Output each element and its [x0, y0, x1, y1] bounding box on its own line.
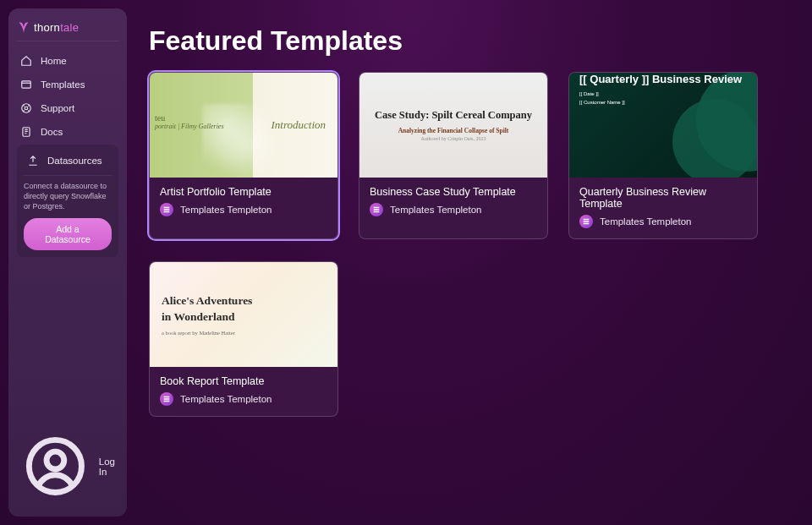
template-author: Templates Templeton	[390, 205, 481, 215]
nav-item-support[interactable]: Support	[17, 97, 118, 119]
template-card-case-study[interactable]: Case Study: Spilt Cereal Company Analyzi…	[359, 72, 548, 239]
brand[interactable]: thorntale	[17, 19, 118, 41]
support-icon	[20, 102, 32, 114]
thumb-text: portrait | Filmy Galleries	[155, 123, 224, 130]
datasources-header: Datasources	[24, 151, 112, 172]
login-icon	[20, 431, 91, 501]
nav-label: Support	[41, 103, 74, 113]
template-grid: teu portrait | Filmy Galleries Introduct…	[149, 72, 790, 417]
template-thumbnail: teu portrait | Filmy Galleries Introduct…	[150, 73, 337, 178]
home-icon	[20, 55, 32, 67]
template-thumbnail: Alice's Adventures in Wonderland a book …	[150, 262, 337, 367]
nav-label: Home	[41, 56, 67, 66]
nav-label: Docs	[41, 127, 63, 137]
svg-rect-0	[22, 81, 31, 88]
add-datasource-button[interactable]: Add a Datasource	[24, 218, 112, 250]
nav-label: Templates	[41, 79, 85, 90]
login-button[interactable]: Log In	[17, 426, 118, 506]
brand-logo-icon	[17, 20, 30, 34]
thumb-text: in Wonderland	[162, 309, 252, 325]
template-title: Quarterly Business Review Template	[579, 186, 747, 210]
thumb-text: Case Study: Spilt Cereal Company	[375, 109, 532, 122]
template-card-book-report[interactable]: Alice's Adventures in Wonderland a book …	[149, 261, 338, 417]
author-avatar-icon	[370, 203, 383, 216]
nav-item-home[interactable]: Home	[17, 50, 118, 72]
brand-name: thorntale	[34, 21, 79, 34]
nav-item-docs[interactable]: Docs	[17, 121, 118, 143]
template-thumbnail: Case Study: Spilt Cereal Company Analyzi…	[359, 73, 547, 178]
template-author: Templates Templeton	[180, 394, 272, 404]
template-title: Business Case Study Template	[370, 186, 537, 198]
template-title: Book Report Template	[160, 375, 327, 387]
svg-point-5	[47, 451, 64, 469]
docs-icon	[20, 126, 32, 138]
thumb-text: [[ Date ]]	[579, 90, 625, 99]
thumb-text: [[ Customer Name ]]	[579, 99, 625, 107]
sidebar: thorntale Home Templates Support	[8, 8, 127, 517]
nav-item-templates[interactable]: Templates	[17, 74, 118, 96]
thumb-text: a book report by Madeline Hatter	[162, 330, 235, 336]
thumb-text: Introduction	[271, 118, 326, 132]
datasources-help-text: Connect a datasource to directly query S…	[24, 181, 112, 211]
author-avatar-icon	[160, 203, 173, 216]
templates-icon	[20, 79, 32, 90]
main-content: Featured Templates teu portrait | Filmy …	[127, 0, 812, 525]
author-avatar-icon	[579, 215, 593, 228]
thumb-text: Alice's Adventures	[162, 293, 252, 309]
thumb-text: teu	[155, 113, 224, 123]
primary-nav: Home Templates Support Docs	[17, 50, 118, 143]
upload-icon	[27, 155, 39, 167]
datasources-label: Datasources	[47, 156, 102, 166]
template-title: Artist Portfolio Template	[160, 186, 327, 198]
svg-point-2	[25, 107, 28, 110]
thumb-text: [[ Quarterly ]] Business Review	[579, 73, 742, 85]
template-author: Templates Templeton	[180, 205, 272, 215]
author-avatar-icon	[160, 392, 173, 406]
datasources-panel: Datasources Connect a datasource to dire…	[17, 145, 118, 257]
thumb-text: Authored by Crispin Oats, 2023	[421, 136, 486, 141]
page-title: Featured Templates	[149, 25, 790, 57]
login-label: Log In	[99, 457, 115, 477]
template-author: Templates Templeton	[600, 216, 691, 227]
template-card-qbr[interactable]: [[ Quarterly ]] Business Review [[ Date …	[568, 72, 758, 239]
template-card-artist[interactable]: teu portrait | Filmy Galleries Introduct…	[149, 72, 338, 239]
thumb-text: Analyzing the Financial Collapse of Spil…	[398, 127, 509, 134]
template-thumbnail: [[ Quarterly ]] Business Review [[ Date …	[569, 73, 757, 178]
